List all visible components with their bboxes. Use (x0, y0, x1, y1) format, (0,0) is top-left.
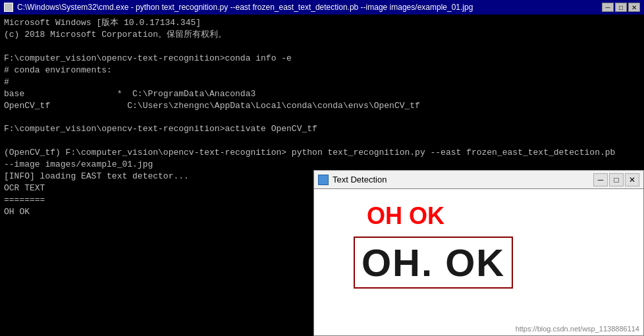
detection-minimize-button[interactable]: ─ (593, 173, 608, 186)
detection-close-button[interactable]: ✕ (625, 173, 639, 186)
cmd-icon (4, 3, 13, 12)
detection-bounding-box: OH. OK (354, 237, 513, 289)
cmd-line: (c) 2018 Microsoft Corporation。保留所有权利。 (4, 29, 640, 41)
detection-icon (318, 175, 329, 185)
cmd-minimize-button[interactable]: ─ (602, 3, 614, 12)
cmd-close-button[interactable]: ✕ (628, 3, 640, 12)
detection-titlebar-buttons: ─ □ ✕ (593, 173, 639, 186)
cmd-line (4, 41, 640, 53)
cmd-line: (OpenCV_tf) F:\computer_vision\opencv-te… (4, 147, 640, 159)
cmd-maximize-button[interactable]: □ (615, 3, 627, 12)
detection-box-label: OH. OK (362, 241, 505, 284)
cmd-line: # (4, 76, 640, 88)
cmd-line (4, 135, 640, 147)
cmd-titlebar-buttons: ─ □ ✕ (602, 3, 640, 12)
cmd-line: --image images/example_01.jpg (4, 159, 640, 171)
cmd-line: # conda environments: (4, 65, 640, 76)
cmd-line (4, 112, 640, 124)
detection-red-label: OH OK (367, 202, 444, 230)
detection-watermark: https://blog.csdn.net/wsp_1138886114 (516, 325, 639, 333)
cmd-line: OpenCV_tf C:\Users\zhengnc\AppData\Local… (4, 100, 640, 112)
detection-window: Text Detection ─ □ ✕ OH OK OH. OK https:… (313, 170, 644, 336)
detection-content: OH OK OH. OK https://blog.csdn.net/wsp_1… (314, 189, 643, 335)
cmd-line: base * C:\ProgramData\Anaconda3 (4, 88, 640, 100)
cmd-line: Microsoft Windows [版本 10.0.17134.345] (4, 17, 640, 29)
cmd-line: F:\computer_vision\opencv-text-recogniti… (4, 123, 640, 135)
detection-title-text: Text Detection (333, 175, 593, 184)
cmd-title-text: C:\Windows\System32\cmd.exe - python tex… (17, 3, 602, 12)
cmd-titlebar: C:\Windows\System32\cmd.exe - python tex… (0, 0, 644, 14)
detection-maximize-button[interactable]: □ (609, 173, 624, 186)
cmd-line: F:\computer_vision\opencv-text-recogniti… (4, 53, 640, 65)
detection-titlebar: Text Detection ─ □ ✕ (314, 171, 643, 189)
